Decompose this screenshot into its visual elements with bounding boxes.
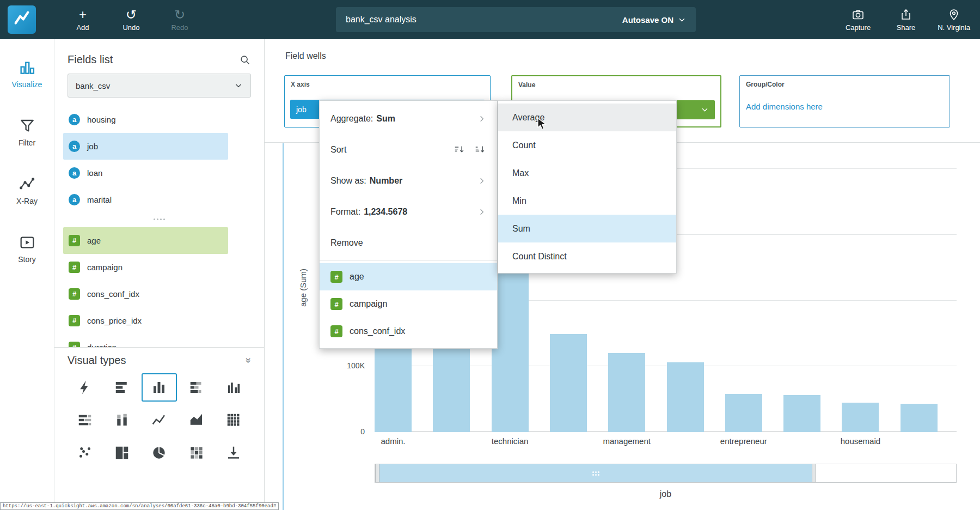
submenu-item-count-distinct[interactable]: Count Distinct (498, 242, 676, 270)
visual-type-horizontal-bar[interactable] (105, 373, 139, 402)
menu-item-remove[interactable]: Remove (320, 227, 497, 258)
bar-services[interactable] (550, 334, 587, 432)
scrollbar-left-handle[interactable] (375, 464, 379, 482)
well-group-color[interactable]: Group/Color Add dimensions here (739, 75, 950, 127)
funnel-icon (19, 117, 36, 135)
bar-retired[interactable] (667, 362, 704, 432)
rail-item-visualize[interactable]: Visualize (12, 59, 42, 89)
measure-field-icon: # (69, 288, 80, 300)
top-bar: + Add ↺ Undo ↻ Redo bank_csv analysis Au… (0, 0, 980, 39)
menu-field-item-age[interactable]: #age (320, 263, 497, 290)
visual-type-waterfall[interactable] (216, 439, 251, 467)
visual-type-grouped-vertical-bar[interactable] (216, 373, 251, 402)
field-item-campaign[interactable]: #campaign (63, 254, 228, 281)
well-x-axis-label: X axis (285, 76, 490, 88)
field-item-job[interactable]: ajob (63, 133, 228, 160)
add-dimensions-link[interactable]: Add dimensions here (746, 102, 823, 111)
drag-dots-icon (154, 218, 166, 220)
visual-type-vertical-bar[interactable] (142, 373, 176, 402)
field-label: job (87, 142, 98, 151)
chevron-down-icon (234, 81, 243, 90)
menu-field-label: age (350, 272, 364, 282)
aggregate-value: Sum (376, 114, 395, 124)
visual-types-section: Visual types » (54, 347, 264, 467)
visual-type-pivot-table[interactable] (216, 406, 251, 434)
visual-type-stacked-vertical-bar[interactable] (105, 406, 139, 434)
chart-scrollbar[interactable] (375, 464, 957, 483)
rail-item-xray[interactable]: X-Ray (16, 175, 38, 205)
search-icon[interactable] (239, 54, 251, 66)
bar-entrepreneur[interactable] (725, 394, 762, 432)
field-item-loan[interactable]: aloan (63, 160, 228, 186)
quicksight-logo-icon (13, 9, 31, 30)
bar-housemaid[interactable] (842, 403, 879, 432)
undo-button[interactable]: ↺ Undo (114, 8, 149, 32)
field-item-age[interactable]: #age (63, 227, 228, 254)
bar-management[interactable] (608, 353, 645, 432)
analysis-title-bar: bank_csv analysis Autosave ON (336, 7, 696, 32)
field-wells-title: Field wells (285, 51, 326, 61)
visual-type-line-chart[interactable] (142, 406, 176, 434)
autosave-label: Autosave ON (622, 15, 673, 25)
visual-types-header: Visual types » (68, 354, 251, 367)
field-label: loan (87, 168, 102, 178)
bar-unemployed[interactable] (901, 404, 938, 432)
field-item-marital[interactable]: amarital (63, 186, 228, 213)
submenu-item-max[interactable]: Max (498, 159, 676, 187)
share-button[interactable]: Share (889, 8, 923, 32)
region-selector[interactable]: N. Virginia (936, 8, 971, 32)
submenu-item-min[interactable]: Min (498, 187, 676, 215)
measure-field-icon: # (330, 298, 342, 310)
sort-descending-icon[interactable] (474, 144, 486, 156)
field-item-housing[interactable]: ahousing (63, 106, 228, 133)
visual-type-area-chart[interactable] (179, 406, 214, 434)
field-item-cons-price-idx[interactable]: #cons_price_idx (63, 307, 228, 334)
autosave-toggle[interactable]: Autosave ON (622, 15, 686, 25)
field-item-duration[interactable]: #duration (63, 334, 228, 347)
collapse-chevrons-icon[interactable]: » (242, 357, 254, 363)
share-icon (899, 8, 912, 21)
area-chart-icon (188, 412, 205, 428)
scrollbar-right-handle[interactable] (812, 464, 816, 482)
visual-type-stacked-horizontal-bar[interactable] (179, 373, 214, 402)
rail-item-story[interactable]: Story (18, 234, 36, 264)
add-button[interactable]: + Add (65, 8, 100, 32)
menu-item-aggregate[interactable]: Aggregate: Sum (320, 103, 497, 134)
redo-button[interactable]: ↻ Redo (162, 8, 197, 32)
x-axis-title: job (375, 489, 957, 499)
capture-button[interactable]: Capture (841, 8, 875, 32)
menu-item-sort[interactable]: Sort (320, 134, 497, 165)
menu-item-format[interactable]: Format: 1,234.5678 (320, 196, 497, 227)
scrollbar-range[interactable] (375, 464, 816, 482)
dataset-name: bank_csv (76, 81, 110, 90)
field-item-cons-conf-idx[interactable]: #cons_conf_idx (63, 281, 228, 307)
toolbar-actions: + Add ↺ Undo ↻ Redo (65, 0, 197, 39)
visual-types-title: Visual types (68, 354, 126, 367)
chevron-right-icon (477, 114, 486, 123)
menu-field-item-campaign[interactable]: #campaign (320, 290, 497, 318)
pie-chart-icon (151, 445, 167, 461)
visual-type-auto-graph[interactable] (68, 373, 102, 402)
x-tick-label: housemaid (841, 436, 880, 446)
sort-ascending-icon[interactable] (454, 144, 465, 156)
y-tick-label: 0 (360, 427, 365, 436)
chevron-down-icon (701, 106, 709, 114)
bar-self-employed[interactable] (783, 395, 820, 432)
visual-type-pie-chart[interactable] (142, 439, 176, 467)
dataset-selector[interactable]: bank_csv (68, 74, 251, 98)
quicksight-logo[interactable] (8, 5, 36, 34)
rail-item-filter[interactable]: Filter (19, 117, 36, 147)
visual-type-heat-map[interactable] (179, 439, 214, 467)
visual-type-stacked-horizontal-bar-100[interactable] (68, 406, 102, 434)
horizontal-bar-icon (114, 379, 130, 396)
list-resize-handle[interactable] (54, 213, 264, 225)
submenu-item-count[interactable]: Count (498, 131, 676, 159)
menu-item-show-as[interactable]: Show as: Number (320, 165, 497, 196)
submenu-item-sum[interactable]: Sum (498, 215, 676, 242)
measure-field-list: #age#campaign#cons_conf_idx#cons_price_i… (54, 225, 264, 347)
status-bar-url: https://us-east-1.quicksight.aws.amazon.… (0, 502, 279, 510)
menu-field-item-cons-conf-idx[interactable]: #cons_conf_idx (320, 318, 497, 345)
visual-type-scatter-plot[interactable] (68, 439, 102, 467)
visual-type-tree-map[interactable] (105, 439, 139, 467)
submenu-item-average[interactable]: Average (498, 104, 676, 131)
